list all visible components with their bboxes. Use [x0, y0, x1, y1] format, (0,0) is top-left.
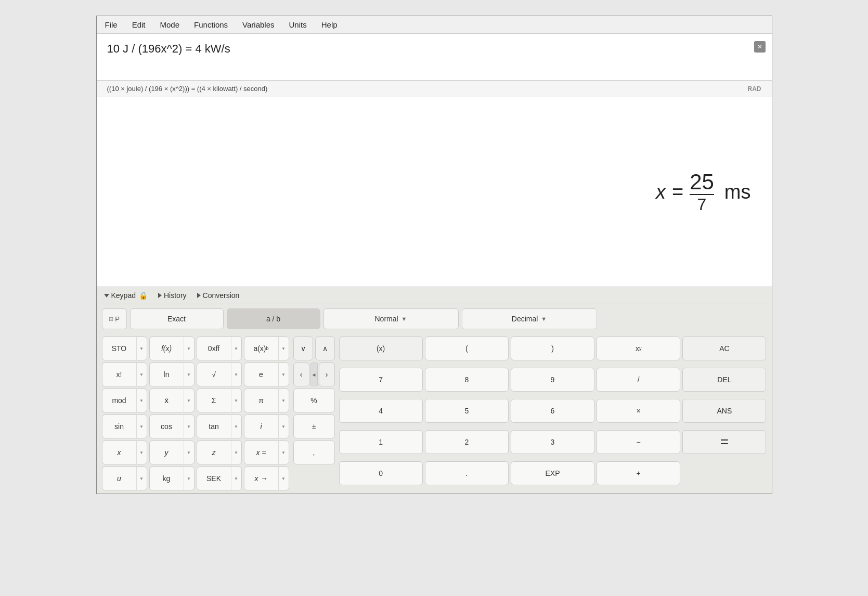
decimal-dropdown-icon: ▼	[541, 316, 547, 322]
key-8[interactable]: 8	[425, 368, 509, 392]
result-expression: x = 25 7 ms	[656, 171, 751, 213]
key-percent[interactable]: %	[293, 388, 335, 412]
key-cos[interactable]: cos▼	[149, 414, 195, 438]
conversion-toggle[interactable]: Conversion	[197, 291, 240, 300]
key-sqrt[interactable]: √▼	[197, 362, 242, 386]
key-ans[interactable]: ANS	[682, 399, 766, 423]
decimal-button[interactable]: Decimal ▼	[462, 308, 597, 329]
result-unit: ms	[724, 181, 751, 203]
p-button[interactable]: ⊞ P	[102, 308, 127, 329]
key-5[interactable]: 5	[425, 399, 509, 423]
key-xeq[interactable]: x =▼	[244, 440, 289, 464]
parsed-expression: ((10 × joule) / (196 × (x^2))) = ((4 × k…	[107, 85, 268, 93]
key-e[interactable]: e▼	[244, 362, 289, 386]
mode-label: RAD	[748, 85, 761, 93]
key-xfact[interactable]: x!▼	[102, 362, 147, 386]
key-tan[interactable]: tan▼	[197, 414, 242, 438]
key-xarrow[interactable]: x →▼	[244, 467, 289, 490]
key-nav-right[interactable]: ›	[319, 362, 335, 386]
key-axb[interactable]: a(x)b▼	[244, 336, 289, 360]
key-nav-left[interactable]: ‹	[293, 362, 309, 386]
keypad-chevron-down-icon	[104, 294, 109, 297]
key-sto[interactable]: STO▼	[102, 336, 147, 360]
history-chevron-right-icon	[158, 293, 162, 298]
key-dot[interactable]: .	[425, 461, 509, 485]
key-plusminus[interactable]: ±	[293, 414, 335, 438]
key-sigma[interactable]: Σ▼	[197, 388, 242, 412]
key-equals[interactable]: =	[682, 430, 766, 454]
key-lparen[interactable]: (	[425, 336, 509, 360]
key-fx[interactable]: f(x)▼	[149, 336, 195, 360]
fraction-numerator: 25	[690, 171, 714, 193]
key-x[interactable]: x▼	[102, 440, 147, 464]
key-0xff[interactable]: 0xff▼	[197, 336, 242, 360]
mid-keypad: ∨ ∧ ‹ ◄ › % ± ,	[293, 336, 335, 490]
key-parens-x[interactable]: (x)	[339, 336, 423, 360]
result-area: x = 25 7 ms	[97, 97, 772, 287]
key-xy[interactable]: xy	[597, 336, 680, 360]
parsed-area: ((10 × joule) / (196 × (x^2))) = ((4 × k…	[97, 81, 772, 97]
menu-variables[interactable]: Variables	[240, 19, 276, 30]
left-keypad: STO▼ f(x)▼ 0xff▼ a(x)b▼ x!▼ ln▼ √▼ e▼ mo…	[102, 336, 289, 490]
conversion-label: Conversion	[203, 291, 240, 300]
keypad-toggle[interactable]: Keypad 🔒	[104, 291, 148, 300]
bottom-panel: Keypad 🔒 History Conversion ⊞ P Exact a	[97, 287, 772, 494]
key-mod[interactable]: mod▼	[102, 388, 147, 412]
menu-mode[interactable]: Mode	[158, 19, 182, 30]
menu-file[interactable]: File	[103, 19, 120, 30]
key-rparen[interactable]: )	[511, 336, 594, 360]
exact-label: Exact	[167, 315, 186, 323]
exact-button[interactable]: Exact	[130, 308, 224, 329]
key-del[interactable]: DEL	[682, 368, 766, 392]
expression-input[interactable]	[107, 42, 761, 56]
history-label: History	[164, 291, 187, 300]
key-exp[interactable]: EXP	[511, 461, 594, 485]
key-xbar[interactable]: x̄▼	[149, 388, 195, 412]
key-comma[interactable]: ,	[293, 440, 335, 464]
menu-units[interactable]: Units	[287, 19, 309, 30]
key-ac[interactable]: AC	[682, 336, 766, 360]
key-y[interactable]: y▼	[149, 440, 195, 464]
history-toggle[interactable]: History	[158, 291, 187, 300]
key-4[interactable]: 4	[339, 399, 423, 423]
key-plus[interactable]: +	[597, 461, 680, 485]
conversion-chevron-right-icon	[197, 293, 201, 298]
menu-edit[interactable]: Edit	[130, 19, 148, 30]
key-sin[interactable]: sin▼	[102, 414, 147, 438]
key-nav-down[interactable]: ∨	[293, 336, 313, 360]
right-keypad: (x) ( ) xy AC 7 8 9 / DEL 4 5 6 × ANS 1 …	[339, 336, 767, 490]
result-equals: =	[672, 181, 683, 203]
ab-label: a / b	[266, 315, 280, 323]
normal-button[interactable]: Normal ▼	[323, 308, 459, 329]
nav-lr-row: ‹ ◄ ›	[293, 362, 335, 386]
squeeze-button[interactable]: ◄	[310, 362, 318, 386]
keypad-label: Keypad	[111, 291, 136, 300]
key-0[interactable]: 0	[339, 461, 423, 485]
menu-bar: File Edit Mode Functions Variables Units…	[97, 16, 772, 34]
key-2[interactable]: 2	[425, 430, 509, 454]
key-1[interactable]: 1	[339, 430, 423, 454]
key-kg[interactable]: kg▼	[149, 467, 195, 490]
key-z[interactable]: z▼	[197, 440, 242, 464]
panel-header: Keypad 🔒 History Conversion	[97, 287, 772, 304]
key-6[interactable]: 6	[511, 399, 594, 423]
key-multiply[interactable]: ×	[597, 399, 680, 423]
key-u[interactable]: u▼	[102, 467, 147, 490]
menu-functions[interactable]: Functions	[192, 19, 230, 30]
key-nav-up[interactable]: ∧	[315, 336, 335, 360]
key-i[interactable]: i▼	[244, 414, 289, 438]
ab-button[interactable]: a / b	[227, 308, 320, 329]
menu-help[interactable]: Help	[319, 19, 340, 30]
key-pi[interactable]: π▼	[244, 388, 289, 412]
keypad-area: STO▼ f(x)▼ 0xff▼ a(x)b▼ x!▼ ln▼ √▼ e▼ mo…	[97, 333, 772, 494]
key-ln[interactable]: ln▼	[149, 362, 195, 386]
nav-updown: ∨ ∧	[293, 336, 335, 360]
key-3[interactable]: 3	[511, 430, 594, 454]
key-sek[interactable]: SEK▼	[197, 467, 242, 490]
clear-button[interactable]: ✕	[754, 41, 766, 53]
key-minus[interactable]: −	[597, 430, 680, 454]
fraction-denominator: 7	[697, 196, 707, 213]
key-divide[interactable]: /	[597, 368, 680, 392]
key-9[interactable]: 9	[511, 368, 594, 392]
key-7[interactable]: 7	[339, 368, 423, 392]
